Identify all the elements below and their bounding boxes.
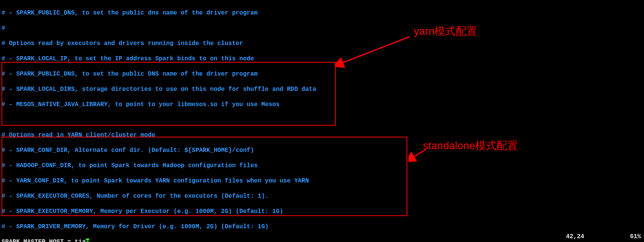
code-line: # - SPARK_LOCAL_IP, to set the IP addres…	[2, 55, 642, 63]
code-line: # - SPARK_DRIVER_MEMORY, Memory for Driv…	[2, 223, 642, 231]
code-line: # - SPARK_LOCAL_DIRS, storage directorie…	[2, 86, 642, 93]
status-bar: 42,2461%	[566, 233, 641, 240]
code-line: # - SPARK_PUBLIC_DNS, to set the public …	[2, 70, 642, 78]
code-line: # - SPARK_EXECUTOR_MEMORY, Memory per Ex…	[2, 208, 642, 215]
terminal-content[interactable]: # - SPARK_PUBLIC_DNS, to set the public …	[0, 0, 644, 242]
code-line: # - MESOS_NATIVE_JAVA_LIBRARY, to point …	[2, 101, 642, 108]
code-line: # Options read in YARN client/cluster mo…	[2, 131, 642, 139]
standalone-label: standalone模式配置	[423, 142, 518, 150]
cursor-position: 42,24	[566, 233, 584, 240]
code-line: # - SPARK_PUBLIC_DNS, to set the public …	[2, 9, 642, 17]
code-line: # - HADOOP_CONF_DIR, to point Spark towa…	[2, 162, 642, 169]
code-line: # Options read by executors and drivers …	[2, 40, 642, 47]
code-line: # - SPARK_EXECUTOR_CORES, Number of core…	[2, 192, 642, 200]
edit-text: SPARK_MASTER_HOST = tia	[2, 239, 86, 242]
code-line	[2, 116, 642, 124]
scroll-percent: 61%	[630, 233, 641, 240]
code-line: # - SPARK_CONF_DIR, Alternate conf dir. …	[2, 147, 642, 154]
cursor: n	[86, 239, 90, 242]
code-line: #	[2, 24, 642, 32]
yarn-label: yarn模式配置	[414, 27, 477, 35]
code-line: # - YARN_CONF_DIR, to point Spark toward…	[2, 177, 642, 185]
edited-line: SPARK_MASTER_HOST = tian	[2, 238, 642, 242]
